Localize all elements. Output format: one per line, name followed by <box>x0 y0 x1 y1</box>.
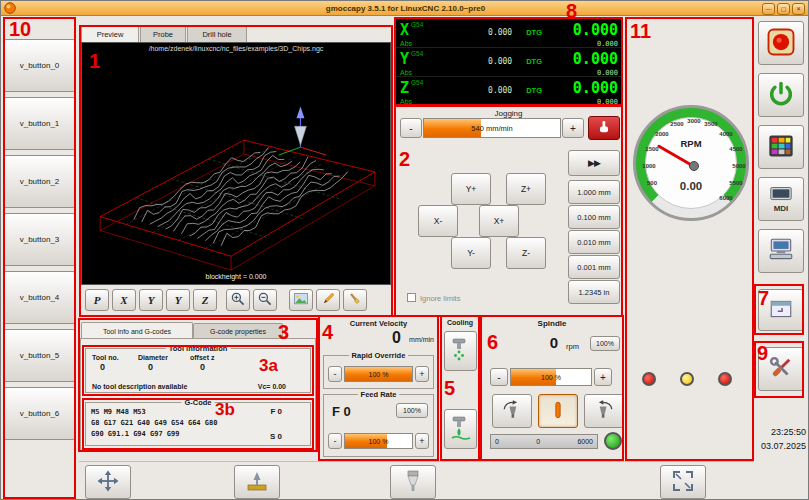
touch-off-button[interactable] <box>234 465 280 499</box>
settings-tools-button[interactable] <box>758 347 804 391</box>
power-icon <box>767 80 795 110</box>
spindle-override-slider[interactable]: 100 % <box>510 368 592 386</box>
maximize-button[interactable]: ▢ <box>777 3 790 15</box>
spindle-stop-button[interactable] <box>538 394 578 428</box>
rapid-plus-button[interactable]: + <box>415 366 429 382</box>
estop-button[interactable] <box>758 21 804 65</box>
tool-change-button[interactable] <box>390 465 436 499</box>
feed-percent-button[interactable]: 100% <box>396 403 428 418</box>
minimize-button[interactable]: — <box>762 3 775 15</box>
view-y-button[interactable]: Y <box>139 289 163 311</box>
v-button-4[interactable]: v_button_4 <box>3 271 76 324</box>
loaded-file-path: /home/zdenek/linuxcnc/nc_files/examples/… <box>82 45 390 52</box>
dro-main-value: 0.000 <box>573 79 618 97</box>
mist-coolant-button[interactable] <box>444 331 477 371</box>
gauge-tick: 4000 <box>719 131 732 137</box>
jog-z-plus-button[interactable]: Z+ <box>506 173 546 205</box>
dro-axis-letter: Z <box>400 79 409 97</box>
v-button-3[interactable]: v_button_3 <box>3 213 76 266</box>
fullscreen-button[interactable] <box>660 465 706 499</box>
tool-information-frame: Tool information Tool no. Diameter offse… <box>85 348 311 393</box>
gcode-feed-value: F 0 <box>270 407 282 416</box>
gcode-line-3: G90 G91.1 G94 G97 G99 <box>91 430 180 438</box>
left-button-panel: v_button_0 v_button_1 v_button_2 v_butto… <box>1 16 78 500</box>
increment-01mm-button[interactable]: 0.100 mm <box>568 205 620 229</box>
jog-y-plus-button[interactable]: Y+ <box>451 173 491 205</box>
jog-x-minus-button[interactable]: X- <box>418 205 458 237</box>
spindle-ccw-button[interactable] <box>492 394 532 428</box>
v-button-5[interactable]: v_button_5 <box>3 329 76 382</box>
velocity-panel: Current Velocity 0 mm/min Rapid Override… <box>319 316 438 460</box>
dro-dtg-value: 0.000 <box>597 98 618 106</box>
tab-probe[interactable]: Probe <box>140 26 186 42</box>
spindle-plus-button[interactable]: + <box>594 368 612 386</box>
close-button[interactable]: ✕ <box>792 3 805 15</box>
axes-jog-button[interactable] <box>85 465 131 499</box>
dro-dtg-label: DTG <box>526 86 542 95</box>
rpm-gauge: 500 1000 1500 2000 2500 3000 3500 4000 4… <box>633 105 749 221</box>
jog-mode-button[interactable] <box>588 116 620 140</box>
tab-preview[interactable]: Preview <box>81 25 139 42</box>
gauge-tick: 5000 <box>732 163 745 169</box>
increment-0001mm-button[interactable]: 0.001 mm <box>568 255 620 279</box>
settings-page-button[interactable] <box>758 229 804 273</box>
view-x-button[interactable]: X <box>112 289 136 311</box>
increment-001mm-button[interactable]: 0.010 mm <box>568 230 620 254</box>
jog-y-minus-button[interactable]: Y- <box>451 237 491 269</box>
jog-z-minus-button[interactable]: Z- <box>506 237 546 269</box>
rapid-minus-button[interactable]: - <box>328 366 342 382</box>
tab-drill-hole[interactable]: Drill hole <box>187 26 247 42</box>
touch-plate-icon <box>245 469 269 495</box>
gcode-speed-value: S 0 <box>270 432 282 441</box>
jog-speed-minus-button[interactable]: - <box>400 118 422 138</box>
tab-gcode-properties[interactable]: G-code properties <box>193 323 283 339</box>
edit-gcode-button[interactable] <box>316 289 340 311</box>
mdi-button[interactable]: MDI <box>758 177 804 221</box>
jog-speed-slider[interactable]: 540 mm/min <box>423 118 561 138</box>
spindle-minus-button[interactable]: - <box>490 368 508 386</box>
spindle-title: Spindle <box>482 317 622 328</box>
v-button-2[interactable]: v_button_2 <box>3 155 76 208</box>
dro-row-z[interactable]: ZG54Abs 0.000DTG 0.0000.000 <box>395 77 622 106</box>
clear-plot-button[interactable] <box>289 289 313 311</box>
rapid-override-slider[interactable]: 100 % <box>344 366 413 382</box>
v-button-1[interactable]: v_button_1 <box>3 97 76 150</box>
v-button-0[interactable]: v_button_0 <box>3 39 76 92</box>
ignore-limits-checkbox[interactable] <box>407 293 416 302</box>
v-button-6[interactable]: v_button_6 <box>3 387 76 440</box>
dro-ref-value: 0.000 <box>488 57 512 66</box>
gremlin-preview[interactable]: /home/zdenek/linuxcnc/nc_files/examples/… <box>81 42 391 285</box>
gauge-value: 0.00 <box>636 180 746 192</box>
zoom-out-icon <box>257 291 273 309</box>
tab-tool-info[interactable]: Tool info and G-codes <box>81 322 193 339</box>
dro-dtg-label: DTG <box>526 57 542 66</box>
dro-row-y[interactable]: YG54Abs 0.000DTG 0.0000.000 <box>395 48 622 77</box>
zoom-in-button[interactable] <box>226 289 250 311</box>
window-mode-button[interactable] <box>758 289 804 331</box>
gcode-frame: G-Code M5 M9 M48 M53 G8 G17 G21 G40 G49 … <box>85 402 311 446</box>
feed-minus-button[interactable]: - <box>328 433 342 449</box>
window-icon <box>767 296 795 324</box>
feed-plus-button[interactable]: + <box>415 433 429 449</box>
tool-touch-button[interactable] <box>343 289 367 311</box>
dro-dtg-label: DTG <box>526 28 542 37</box>
keyboard-button[interactable] <box>758 125 804 169</box>
feed-rate-slider[interactable]: 100 % <box>344 433 413 449</box>
machine-on-button[interactable] <box>758 73 804 117</box>
spindle-cw-icon <box>592 399 616 423</box>
view-perspective-button[interactable]: P <box>85 289 109 311</box>
fast-forward-button[interactable]: ▶▶ <box>568 150 620 176</box>
view-y2-button[interactable]: Y <box>166 289 190 311</box>
zoom-out-button[interactable] <box>253 289 277 311</box>
spindle-cw-button[interactable] <box>584 394 624 428</box>
view-z-button[interactable]: Z <box>193 289 217 311</box>
offset-z-value: 0 <box>190 362 205 372</box>
zoom-in-icon <box>230 291 246 309</box>
flood-coolant-button[interactable] <box>444 409 477 449</box>
increment-1mm-button[interactable]: 1.000 mm <box>568 180 620 204</box>
spindle-percent-button[interactable]: 100% <box>590 336 620 351</box>
dro-row-x[interactable]: XG54Abs 0.000DTG 0.0000.000 <box>395 19 622 48</box>
jog-speed-plus-button[interactable]: + <box>562 118 584 138</box>
increment-inch-button[interactable]: 1.2345 in <box>568 280 620 304</box>
jog-x-plus-button[interactable]: X+ <box>479 205 519 237</box>
